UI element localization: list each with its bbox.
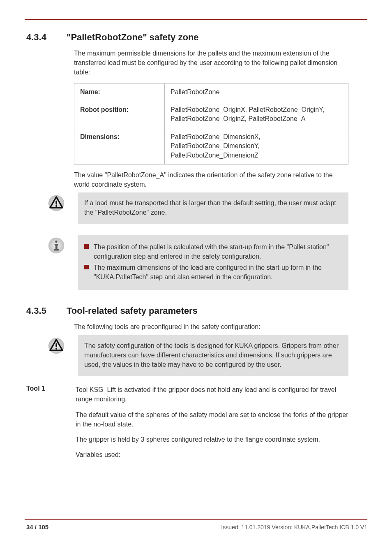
svg-point-10 — [55, 348, 57, 349]
heading-title: Tool-related safety parameters — [67, 306, 198, 316]
bullet-icon — [84, 265, 89, 269]
page-number: 34 / 105 — [26, 524, 48, 531]
section-heading: 4.3.4 "PalletRobotZone" safety zone — [0, 20, 392, 45]
table-key: Robot position: — [74, 101, 165, 128]
table-row: Robot position: PalletRobotZone_OriginX,… — [74, 101, 348, 128]
page-footer: 34 / 105 Issued: 11.01.2019 Version: KUK… — [0, 519, 392, 531]
heading-number: 4.3.4 — [26, 32, 59, 43]
tool1-label: Tool 1 — [26, 383, 76, 459]
bullet-icon — [84, 244, 89, 249]
pallet-zone-table: Name: PalletRobotZone Robot position: Pa… — [74, 83, 348, 164]
svg-rect-1 — [55, 201, 57, 205]
tool1-block: Tool 1 Tool KSG_Lift is activated if the… — [26, 383, 348, 459]
table-row: Dimensions: PalletRobotZone_DimensionX, … — [74, 128, 348, 164]
tool1-para-1: The default value of the spheres of the … — [76, 410, 348, 429]
svg-rect-9 — [55, 343, 57, 347]
warning-text: If a load must be transported that is la… — [78, 192, 348, 224]
section-heading: 4.3.5 Tool-related safety parameters — [0, 293, 392, 319]
intro-paragraph-2: The following tools are preconfigured in… — [74, 322, 348, 331]
info-item-text: The maximum dimensions of the load are c… — [94, 263, 342, 282]
info-item-text: The position of the pallet is calculated… — [94, 242, 342, 261]
svg-rect-7 — [54, 249, 59, 250]
tool1-para-2: The gripper is held by 3 spheres configu… — [76, 435, 348, 444]
list-item: The position of the pallet is calculated… — [84, 242, 342, 261]
warning-callout-2: The safety configuration of the tools is… — [47, 335, 348, 376]
intro-paragraph: The maximum permissible dimensions for t… — [74, 49, 348, 77]
svg-rect-6 — [55, 244, 58, 250]
info-callout: The position of the pallet is calculated… — [47, 235, 348, 290]
svg-point-4 — [55, 240, 58, 243]
list-item: The maximum dimensions of the load are c… — [84, 263, 342, 282]
table-value: PalletRobotZone_DimensionX, PalletRobotZ… — [165, 128, 348, 164]
table-key: Name: — [74, 83, 165, 101]
table-value: PalletRobotZone_OriginX, PalletRobotZone… — [165, 101, 348, 128]
table-value: PalletRobotZone — [165, 83, 348, 101]
info-icon — [47, 235, 74, 290]
warning-icon — [47, 335, 74, 376]
svg-point-2 — [55, 205, 57, 207]
warning-text-2: The safety configuration of the tools is… — [78, 335, 348, 376]
tool1-para-3: Variables used: — [76, 450, 348, 459]
tool1-para-0: Tool KSG_Lift is activated if the grippe… — [76, 385, 348, 404]
table-key: Dimensions: — [74, 128, 165, 164]
doc-version: Issued: 11.01.2019 Version: KUKA.PalletT… — [221, 524, 367, 531]
warning-icon — [47, 192, 74, 224]
table-row: Name: PalletRobotZone — [74, 83, 348, 101]
heading-number: 4.3.5 — [26, 306, 59, 316]
table-note: The value "PalletRobotZone_A" indicates … — [74, 170, 348, 189]
heading-title: "PalletRobotZone" safety zone — [67, 32, 199, 43]
warning-callout: If a load must be transported that is la… — [47, 192, 348, 224]
